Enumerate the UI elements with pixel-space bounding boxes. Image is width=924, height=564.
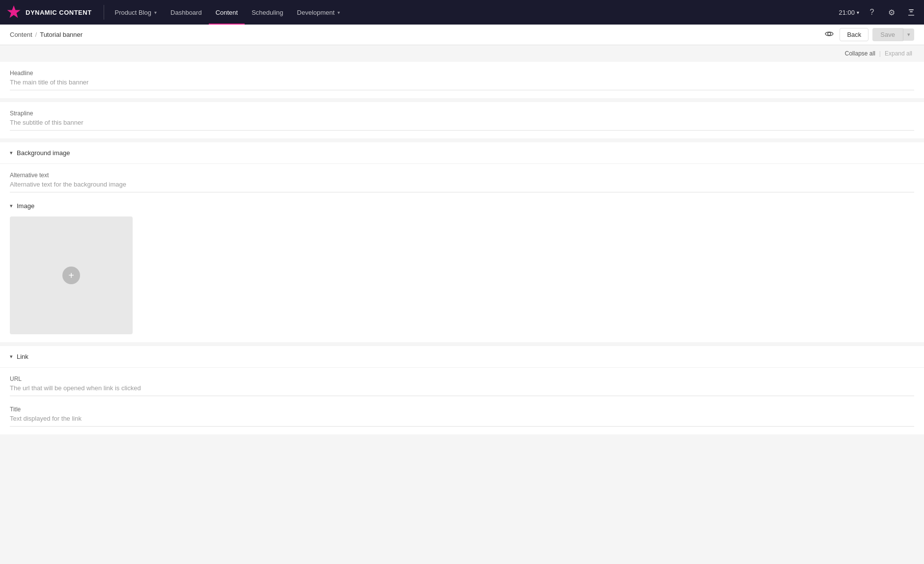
- nav-item-label: Content: [216, 9, 238, 16]
- save-button: Save: [872, 28, 903, 41]
- collapse-chevron-icon: ▾: [10, 150, 13, 156]
- strapline-section: Strapline The subtitle of this banner: [0, 102, 924, 138]
- nav-item-label: Product Blog: [115, 9, 151, 16]
- headline-field: Headline The main title of this banner: [10, 70, 914, 90]
- nav-item-content[interactable]: Content: [209, 0, 245, 25]
- nav-item-dashboard[interactable]: Dashboard: [164, 0, 209, 25]
- alt-text-label: Alternative text: [10, 172, 914, 179]
- chevron-down-icon: ▾: [337, 10, 340, 15]
- strapline-label: Strapline: [10, 110, 914, 117]
- alt-text-field: Alternative text Alternative text for th…: [10, 172, 914, 192]
- link-title-label: Title: [10, 406, 914, 413]
- help-icon[interactable]: ?: [865, 5, 879, 19]
- svg-rect-1: [909, 9, 914, 10]
- preview-icon[interactable]: [823, 27, 836, 42]
- svg-point-3: [828, 32, 831, 35]
- image-sublabel: Image: [17, 202, 34, 210]
- collapse-toolbar: Collapse all | Expand all: [0, 45, 924, 62]
- image-subsection: ▾ Image +: [10, 202, 914, 334]
- breadcrumb-current: Tutorial banner: [40, 31, 83, 38]
- image-subheader[interactable]: ▾ Image: [10, 202, 914, 210]
- save-group: Save ▾: [872, 28, 914, 41]
- add-image-button[interactable]: +: [62, 267, 80, 284]
- url-label: URL: [10, 376, 914, 382]
- plus-icon: +: [68, 270, 74, 281]
- nav-item-development[interactable]: Development ▾: [290, 0, 347, 25]
- toolbar-separator: |: [879, 50, 881, 57]
- logo-icon: [6, 4, 22, 20]
- app-name: DYNAMIC CONTENT: [26, 9, 92, 16]
- save-dropdown-button[interactable]: ▾: [903, 28, 914, 41]
- settings-icon[interactable]: ⚙: [885, 5, 898, 19]
- link-title-field: Title Text displayed for the link: [10, 406, 914, 427]
- link-body: URL The url that will be opened when lin…: [0, 368, 924, 434]
- user-icon[interactable]: [904, 5, 918, 19]
- nav-item-scheduling[interactable]: Scheduling: [245, 0, 290, 25]
- link-header[interactable]: ▾ Link: [0, 346, 924, 368]
- nav-separator: [104, 5, 104, 20]
- breadcrumb-separator: /: [35, 31, 37, 38]
- breadcrumb-bar: Content / Tutorial banner Back Save ▾: [0, 25, 924, 45]
- breadcrumb: Content / Tutorial banner: [10, 31, 83, 38]
- link-section: ▾ Link URL The url that will be opened w…: [0, 346, 924, 434]
- nav-item-label: Scheduling: [252, 9, 283, 16]
- link-title-input[interactable]: Text displayed for the link: [10, 415, 914, 427]
- app-logo[interactable]: DYNAMIC CONTENT: [6, 4, 92, 20]
- url-field: URL The url that will be opened when lin…: [10, 376, 914, 396]
- chevron-down-icon: ▾: [154, 10, 157, 15]
- nav-item-label: Dashboard: [170, 9, 202, 16]
- link-collapse-chevron-icon: ▾: [10, 353, 13, 360]
- background-image-header[interactable]: ▾ Background image: [0, 142, 924, 164]
- headline-section: Headline The main title of this banner: [0, 62, 924, 98]
- strapline-field: Strapline The subtitle of this banner: [10, 110, 914, 131]
- background-image-body: Alternative text Alternative text for th…: [0, 164, 924, 342]
- top-navigation: DYNAMIC CONTENT Product Blog ▾ Dashboard…: [0, 0, 924, 25]
- nav-item-label: Development: [297, 9, 335, 16]
- background-image-label: Background image: [17, 149, 70, 157]
- nav-time[interactable]: 21:00 ▾: [839, 9, 859, 16]
- nav-right-actions: 21:00 ▾ ? ⚙: [839, 5, 918, 19]
- collapse-all-button[interactable]: Collapse all: [843, 49, 877, 58]
- background-image-section: ▾ Background image Alternative text Alte…: [0, 142, 924, 342]
- link-label: Link: [17, 353, 28, 360]
- breadcrumb-root[interactable]: Content: [10, 31, 32, 38]
- alt-text-input[interactable]: Alternative text for the background imag…: [10, 181, 914, 192]
- svg-rect-2: [910, 11, 913, 12]
- url-input[interactable]: The url that will be opened when link is…: [10, 384, 914, 396]
- headline-label: Headline: [10, 70, 914, 77]
- chevron-down-icon: ▾: [857, 10, 859, 15]
- back-button[interactable]: Back: [840, 28, 868, 41]
- image-upload-area[interactable]: +: [10, 216, 133, 334]
- strapline-input[interactable]: The subtitle of this banner: [10, 119, 914, 131]
- nav-item-product-blog[interactable]: Product Blog ▾: [108, 0, 164, 25]
- breadcrumb-actions: Back Save ▾: [823, 27, 914, 42]
- image-collapse-chevron-icon: ▾: [10, 203, 13, 209]
- content-area: Collapse all | Expand all Headline The m…: [0, 45, 924, 564]
- expand-all-button[interactable]: Expand all: [883, 49, 914, 58]
- headline-input[interactable]: The main title of this banner: [10, 79, 914, 90]
- svg-marker-0: [7, 5, 21, 18]
